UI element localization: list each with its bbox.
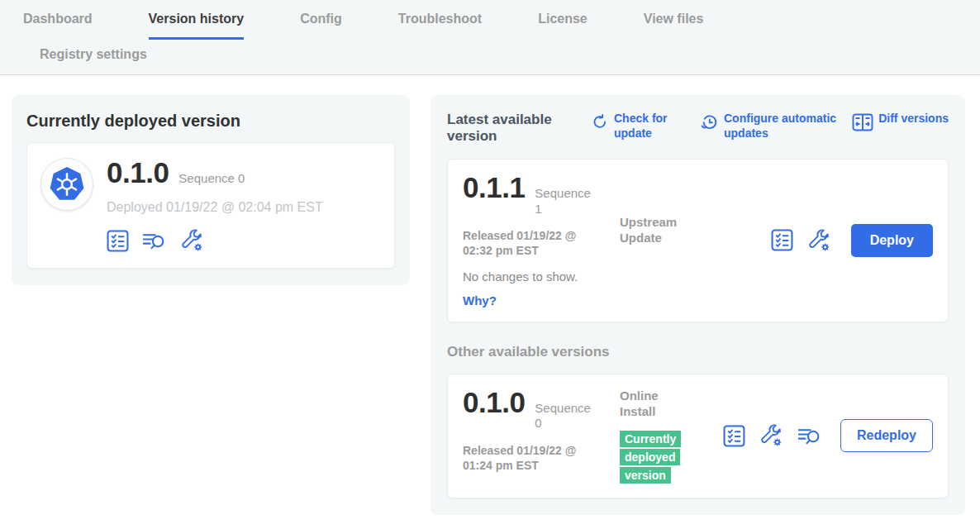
diff-icon: [852, 112, 873, 132]
latest-version-info: 0.1.1 Sequence 1 Released 01/19/22 @ 02:…: [463, 173, 620, 308]
currently-deployed-badge-wrap: Currently deployed version: [620, 430, 679, 484]
currently-deployed-panel: Currently deployed version: [12, 95, 410, 285]
other-version-number: 0.1.0: [463, 388, 525, 417]
configure-auto-updates-label: Configure automatic updates: [724, 112, 841, 141]
other-version-source: Online Install: [620, 388, 696, 420]
tab-registry-settings[interactable]: Registry settings: [40, 47, 147, 72]
diff-versions-label: Diff versions: [878, 112, 949, 126]
diff-versions-link[interactable]: Diff versions: [852, 112, 949, 132]
tab-license[interactable]: License: [538, 12, 588, 37]
schedule-update-icon: [701, 112, 719, 132]
other-version-source-col: Online Install Currently deployed versio…: [620, 388, 696, 484]
release-notes-icon[interactable]: [141, 230, 167, 252]
config-wrench-icon[interactable]: [759, 423, 783, 448]
other-version-card: 0.1.0 Sequence 0 Released 01/19/22 @ 01:…: [447, 374, 949, 498]
latest-version-card: 0.1.1 Sequence 1 Released 01/19/22 @ 02:…: [447, 159, 949, 322]
latest-version-header: Latest available version Check for updat…: [447, 112, 949, 145]
currently-deployed-title: Currently deployed version: [26, 112, 395, 131]
app-logo: [40, 158, 93, 211]
latest-version-actions: Deploy: [771, 224, 933, 257]
refresh-icon: [592, 112, 609, 131]
tab-version-history[interactable]: Version history: [149, 12, 245, 40]
config-wrench-icon[interactable]: [806, 228, 831, 253]
nav-row-2: Registry settings: [23, 40, 980, 67]
latest-released-timestamp: Released 01/19/22 @ 02:32 pm EST: [463, 228, 605, 258]
deployed-timestamp: Deployed 01/19/22 @ 02:04 pm EST: [107, 200, 323, 215]
deployed-version-number: 0.1.0: [107, 158, 169, 187]
no-changes-text: No changes to show.: [463, 269, 620, 284]
configure-auto-updates-link[interactable]: Configure automatic updates: [701, 112, 841, 141]
latest-version-source: Upstream Update: [620, 173, 696, 246]
deployed-version-info: 0.1.0 Sequence 0 Deployed 01/19/22 @ 02:…: [107, 158, 323, 253]
latest-version-number: 0.1.1: [463, 173, 525, 202]
redeploy-button[interactable]: Redeploy: [840, 419, 933, 452]
app-nav: Dashboard Version history Config Trouble…: [0, 0, 980, 75]
other-sequence: Sequence 0: [535, 401, 589, 432]
check-for-update-label: Check for update: [614, 112, 678, 141]
latest-sequence: Sequence 1: [535, 186, 589, 217]
available-versions-panel: Latest available version Check for updat…: [431, 95, 965, 515]
check-for-update-link[interactable]: Check for update: [592, 112, 678, 141]
tab-dashboard[interactable]: Dashboard: [23, 12, 93, 37]
preflight-checklist-icon[interactable]: [723, 425, 745, 447]
tab-config[interactable]: Config: [300, 12, 342, 37]
other-version-info: 0.1.0 Sequence 0 Released 01/19/22 @ 01:…: [463, 388, 620, 474]
deploy-button[interactable]: Deploy: [851, 224, 933, 257]
latest-version-title: Latest available version: [447, 112, 579, 145]
deployed-actions: [107, 228, 323, 253]
deployed-sequence: Sequence 0: [178, 171, 245, 185]
preflight-checklist-icon[interactable]: [107, 230, 129, 252]
tab-view-files[interactable]: View files: [644, 12, 704, 37]
other-version-actions: Redeploy: [723, 419, 933, 452]
config-wrench-icon[interactable]: [179, 228, 204, 253]
kubernetes-icon: [48, 165, 86, 203]
nav-row-1: Dashboard Version history Config Trouble…: [23, 12, 980, 40]
why-link[interactable]: Why?: [463, 293, 497, 307]
release-notes-icon[interactable]: [797, 425, 822, 447]
preflight-checklist-icon[interactable]: [771, 229, 793, 251]
tab-troubleshoot[interactable]: Troubleshoot: [398, 12, 482, 37]
deployed-version-card: 0.1.0 Sequence 0 Deployed 01/19/22 @ 02:…: [26, 142, 395, 269]
other-released-timestamp: Released 01/19/22 @ 01:24 pm EST: [463, 443, 605, 473]
page-content: Currently deployed version: [0, 75, 980, 515]
currently-deployed-badge: Currently deployed version: [620, 431, 681, 484]
other-versions-title: Other available versions: [447, 344, 949, 360]
